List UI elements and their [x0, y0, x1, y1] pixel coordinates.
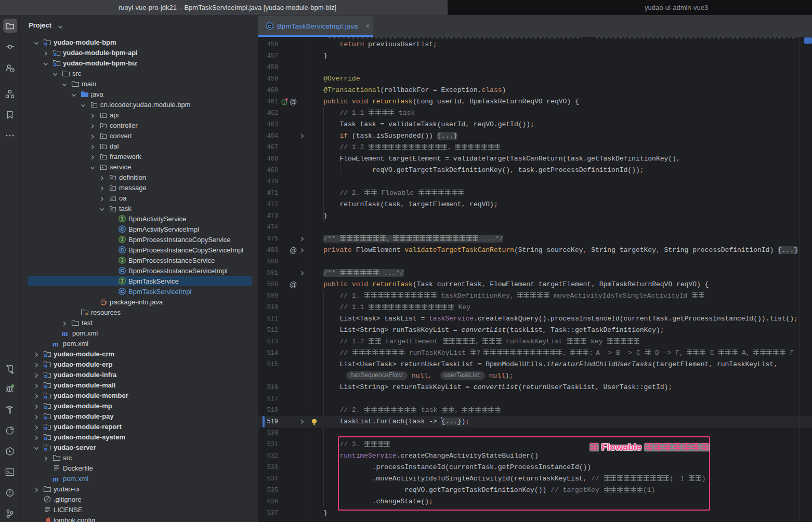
svg-text:C: C [121, 247, 124, 252]
svg-text:C: C [121, 288, 124, 294]
svg-text:C: C [121, 226, 124, 232]
svg-text:?: ? [11, 69, 14, 72]
svg-text:I: I [284, 100, 285, 105]
svg-text:C: C [121, 267, 124, 273]
svg-text:C: C [268, 23, 272, 29]
